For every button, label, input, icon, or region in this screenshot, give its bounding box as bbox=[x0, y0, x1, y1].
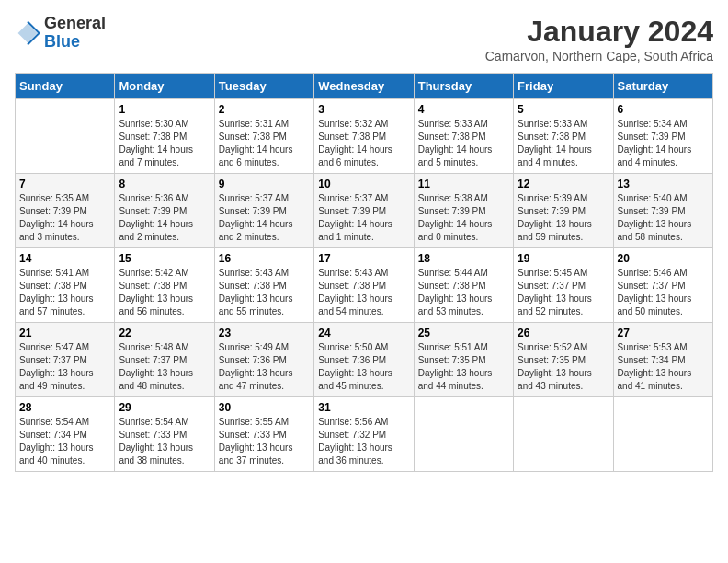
cell-sun-info: Sunrise: 5:45 AM Sunset: 7:37 PM Dayligh… bbox=[518, 267, 609, 318]
calendar-cell: 1Sunrise: 5:30 AM Sunset: 7:38 PM Daylig… bbox=[115, 99, 214, 174]
cell-date-number: 14 bbox=[19, 252, 110, 265]
logo-general-text: General bbox=[44, 14, 106, 32]
cell-date-number: 2 bbox=[219, 103, 310, 116]
logo: General Blue bbox=[15, 15, 106, 52]
cell-date-number: 25 bbox=[418, 327, 509, 339]
calendar-cell: 17Sunrise: 5:43 AM Sunset: 7:38 PM Dayli… bbox=[314, 248, 414, 323]
cell-date-number: 23 bbox=[219, 327, 310, 339]
calendar-cell: 29Sunrise: 5:54 AM Sunset: 7:33 PM Dayli… bbox=[115, 397, 214, 472]
cell-sun-info: Sunrise: 5:43 AM Sunset: 7:38 PM Dayligh… bbox=[318, 267, 409, 318]
cell-date-number: 26 bbox=[518, 327, 609, 339]
weekday-header-wednesday: Wednesday bbox=[314, 74, 414, 99]
calendar-body: 1Sunrise: 5:30 AM Sunset: 7:38 PM Daylig… bbox=[16, 99, 713, 472]
cell-date-number: 21 bbox=[19, 327, 110, 339]
page-header: General Blue January 2024 Carnarvon, Nor… bbox=[15, 15, 713, 63]
cell-sun-info: Sunrise: 5:44 AM Sunset: 7:38 PM Dayligh… bbox=[418, 267, 509, 318]
cell-date-number: 5 bbox=[518, 103, 609, 116]
cell-date-number: 11 bbox=[418, 178, 509, 190]
cell-date-number: 13 bbox=[618, 178, 709, 190]
calendar-cell: 16Sunrise: 5:43 AM Sunset: 7:38 PM Dayli… bbox=[214, 248, 313, 323]
calendar-cell: 26Sunrise: 5:52 AM Sunset: 7:35 PM Dayli… bbox=[514, 323, 613, 397]
calendar-week-4: 21Sunrise: 5:47 AM Sunset: 7:37 PM Dayli… bbox=[16, 323, 713, 397]
cell-date-number: 7 bbox=[19, 178, 110, 190]
weekday-header-saturday: Saturday bbox=[613, 74, 712, 99]
calendar-cell: 13Sunrise: 5:40 AM Sunset: 7:39 PM Dayli… bbox=[613, 174, 712, 248]
cell-date-number: 9 bbox=[219, 178, 310, 190]
cell-sun-info: Sunrise: 5:35 AM Sunset: 7:39 PM Dayligh… bbox=[19, 192, 110, 244]
calendar-cell: 27Sunrise: 5:53 AM Sunset: 7:34 PM Dayli… bbox=[613, 323, 712, 397]
cell-sun-info: Sunrise: 5:36 AM Sunset: 7:39 PM Dayligh… bbox=[119, 192, 210, 244]
calendar-week-2: 7Sunrise: 5:35 AM Sunset: 7:39 PM Daylig… bbox=[16, 174, 713, 248]
calendar-cell: 24Sunrise: 5:50 AM Sunset: 7:36 PM Dayli… bbox=[314, 323, 414, 397]
cell-date-number: 17 bbox=[318, 252, 409, 265]
cell-sun-info: Sunrise: 5:50 AM Sunset: 7:36 PM Dayligh… bbox=[318, 341, 409, 393]
calendar-cell bbox=[613, 397, 712, 472]
cell-date-number: 24 bbox=[318, 327, 409, 339]
cell-sun-info: Sunrise: 5:37 AM Sunset: 7:39 PM Dayligh… bbox=[318, 192, 409, 244]
cell-date-number: 15 bbox=[119, 252, 210, 265]
calendar-cell: 18Sunrise: 5:44 AM Sunset: 7:38 PM Dayli… bbox=[414, 248, 513, 323]
cell-sun-info: Sunrise: 5:53 AM Sunset: 7:34 PM Dayligh… bbox=[618, 341, 709, 393]
cell-sun-info: Sunrise: 5:54 AM Sunset: 7:34 PM Dayligh… bbox=[19, 416, 110, 467]
cell-date-number: 31 bbox=[318, 401, 409, 414]
cell-sun-info: Sunrise: 5:40 AM Sunset: 7:39 PM Dayligh… bbox=[618, 192, 709, 244]
calendar-cell: 9Sunrise: 5:37 AM Sunset: 7:39 PM Daylig… bbox=[214, 174, 313, 248]
weekday-header-thursday: Thursday bbox=[414, 74, 513, 99]
cell-sun-info: Sunrise: 5:48 AM Sunset: 7:37 PM Dayligh… bbox=[119, 341, 210, 393]
calendar-cell: 25Sunrise: 5:51 AM Sunset: 7:35 PM Dayli… bbox=[414, 323, 513, 397]
calendar-cell: 6Sunrise: 5:34 AM Sunset: 7:39 PM Daylig… bbox=[613, 99, 712, 174]
calendar-cell: 14Sunrise: 5:41 AM Sunset: 7:38 PM Dayli… bbox=[16, 248, 115, 323]
cell-sun-info: Sunrise: 5:34 AM Sunset: 7:39 PM Dayligh… bbox=[618, 118, 709, 169]
calendar-title: January 2024 bbox=[485, 15, 713, 49]
calendar-cell bbox=[16, 99, 115, 174]
calendar-subtitle: Carnarvon, Northern Cape, South Africa bbox=[485, 49, 713, 63]
calendar-table: SundayMondayTuesdayWednesdayThursdayFrid… bbox=[15, 73, 713, 472]
cell-sun-info: Sunrise: 5:33 AM Sunset: 7:38 PM Dayligh… bbox=[418, 118, 509, 169]
cell-sun-info: Sunrise: 5:31 AM Sunset: 7:38 PM Dayligh… bbox=[219, 118, 310, 169]
cell-date-number: 3 bbox=[318, 103, 409, 116]
calendar-cell: 7Sunrise: 5:35 AM Sunset: 7:39 PM Daylig… bbox=[16, 174, 115, 248]
calendar-cell: 22Sunrise: 5:48 AM Sunset: 7:37 PM Dayli… bbox=[115, 323, 214, 397]
cell-sun-info: Sunrise: 5:54 AM Sunset: 7:33 PM Dayligh… bbox=[119, 416, 210, 467]
title-section: January 2024 Carnarvon, Northern Cape, S… bbox=[485, 15, 713, 63]
logo-icon bbox=[15, 20, 40, 46]
cell-date-number: 1 bbox=[119, 103, 210, 116]
calendar-cell: 28Sunrise: 5:54 AM Sunset: 7:34 PM Dayli… bbox=[16, 397, 115, 472]
calendar-cell: 5Sunrise: 5:33 AM Sunset: 7:38 PM Daylig… bbox=[514, 99, 613, 174]
cell-sun-info: Sunrise: 5:39 AM Sunset: 7:39 PM Dayligh… bbox=[518, 192, 609, 244]
cell-date-number: 27 bbox=[618, 327, 709, 339]
cell-date-number: 22 bbox=[119, 327, 210, 339]
cell-date-number: 4 bbox=[418, 103, 509, 116]
cell-sun-info: Sunrise: 5:56 AM Sunset: 7:32 PM Dayligh… bbox=[318, 416, 409, 467]
cell-sun-info: Sunrise: 5:42 AM Sunset: 7:38 PM Dayligh… bbox=[119, 267, 210, 318]
calendar-cell: 20Sunrise: 5:46 AM Sunset: 7:37 PM Dayli… bbox=[613, 248, 712, 323]
cell-sun-info: Sunrise: 5:33 AM Sunset: 7:38 PM Dayligh… bbox=[518, 118, 609, 169]
calendar-cell: 11Sunrise: 5:38 AM Sunset: 7:39 PM Dayli… bbox=[414, 174, 513, 248]
calendar-cell: 8Sunrise: 5:36 AM Sunset: 7:39 PM Daylig… bbox=[115, 174, 214, 248]
cell-sun-info: Sunrise: 5:41 AM Sunset: 7:38 PM Dayligh… bbox=[19, 267, 110, 318]
calendar-cell: 19Sunrise: 5:45 AM Sunset: 7:37 PM Dayli… bbox=[514, 248, 613, 323]
cell-date-number: 10 bbox=[318, 178, 409, 190]
calendar-cell bbox=[514, 397, 613, 472]
calendar-cell: 21Sunrise: 5:47 AM Sunset: 7:37 PM Dayli… bbox=[16, 323, 115, 397]
calendar-cell: 15Sunrise: 5:42 AM Sunset: 7:38 PM Dayli… bbox=[115, 248, 214, 323]
cell-sun-info: Sunrise: 5:37 AM Sunset: 7:39 PM Dayligh… bbox=[219, 192, 310, 244]
logo-blue-text: Blue bbox=[44, 32, 80, 51]
calendar-cell: 10Sunrise: 5:37 AM Sunset: 7:39 PM Dayli… bbox=[314, 174, 414, 248]
cell-date-number: 19 bbox=[518, 252, 609, 265]
calendar-cell: 30Sunrise: 5:55 AM Sunset: 7:33 PM Dayli… bbox=[214, 397, 313, 472]
cell-sun-info: Sunrise: 5:32 AM Sunset: 7:38 PM Dayligh… bbox=[318, 118, 409, 169]
calendar-cell: 31Sunrise: 5:56 AM Sunset: 7:32 PM Dayli… bbox=[314, 397, 414, 472]
cell-date-number: 20 bbox=[618, 252, 709, 265]
calendar-cell bbox=[414, 397, 513, 472]
cell-sun-info: Sunrise: 5:43 AM Sunset: 7:38 PM Dayligh… bbox=[219, 267, 310, 318]
weekday-header-tuesday: Tuesday bbox=[214, 74, 313, 99]
cell-sun-info: Sunrise: 5:49 AM Sunset: 7:36 PM Dayligh… bbox=[219, 341, 310, 393]
cell-date-number: 30 bbox=[219, 401, 310, 414]
calendar-cell: 4Sunrise: 5:33 AM Sunset: 7:38 PM Daylig… bbox=[414, 99, 513, 174]
calendar-header: SundayMondayTuesdayWednesdayThursdayFrid… bbox=[16, 74, 713, 99]
cell-sun-info: Sunrise: 5:51 AM Sunset: 7:35 PM Dayligh… bbox=[418, 341, 509, 393]
calendar-cell: 23Sunrise: 5:49 AM Sunset: 7:36 PM Dayli… bbox=[214, 323, 313, 397]
cell-sun-info: Sunrise: 5:30 AM Sunset: 7:38 PM Dayligh… bbox=[119, 118, 210, 169]
cell-sun-info: Sunrise: 5:38 AM Sunset: 7:39 PM Dayligh… bbox=[418, 192, 509, 244]
